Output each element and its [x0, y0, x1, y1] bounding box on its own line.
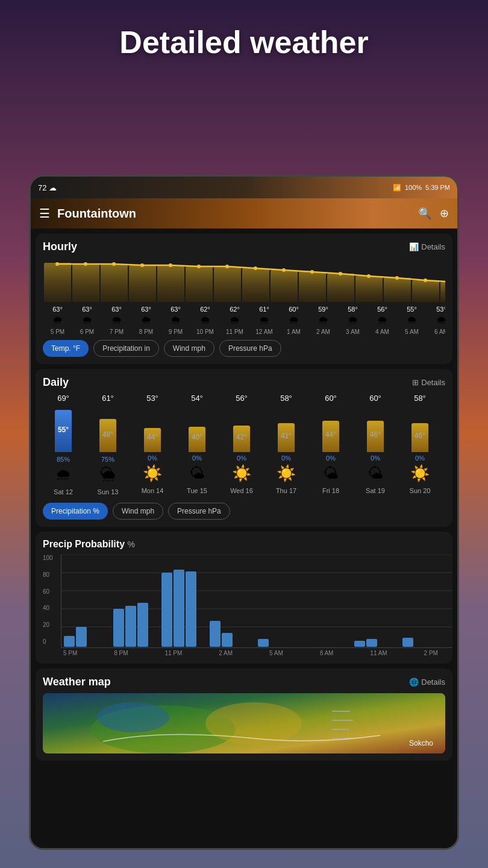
map-details[interactable]: 🌐 Details [409, 678, 445, 687]
filter-temp[interactable]: Temp. °F [43, 340, 89, 357]
day-lo-label-6: 44° [325, 430, 336, 439]
day-bar-container-7: 46° [367, 404, 384, 452]
h-temp-13: 53° [427, 306, 445, 313]
day-sun20: 58° 46° 0% ☀️ Sun 20 [399, 394, 440, 495]
hourly-chart-scroll[interactable]: 63° 63° 63° 63° 63° 62° 62° 61° 60° 59° … [43, 258, 445, 335]
y-label-0: 0 [43, 638, 53, 645]
chart-wrapper: 100 80 60 40 20 0 [61, 555, 440, 656]
daily-filter-wind[interactable]: Wind mph [113, 503, 163, 520]
svg-rect-49 [366, 639, 377, 647]
filter-wind[interactable]: Wind mph [164, 340, 214, 357]
precip-chart-section: Precip Probability % 100 80 60 40 20 0 [36, 532, 452, 664]
y-label-60: 60 [43, 588, 53, 595]
y-label-20: 20 [43, 621, 53, 628]
svg-rect-41 [137, 603, 148, 647]
gps-icon[interactable]: ⊕ [440, 207, 449, 220]
day-icon-3: 🌤 [189, 464, 205, 483]
day-lo-label-0: 55° [58, 426, 69, 434]
svg-rect-37 [64, 636, 75, 647]
svg-point-17 [84, 262, 87, 266]
day-bar-container-1: 48° [99, 404, 116, 452]
svg-point-24 [282, 268, 286, 272]
day-bar-container-0: 55° [55, 404, 72, 452]
svg-point-22 [225, 265, 229, 268]
day-mon21: 54° 43° 0% 🌤 Mon 21 [444, 394, 445, 495]
day-bar-container-4: 42° [233, 404, 250, 452]
h-temp-4: 63° [161, 306, 190, 313]
svg-point-25 [310, 270, 314, 274]
x-label-8am: 8 AM [320, 650, 334, 656]
day-lo-label-5: 41° [281, 432, 292, 440]
h-icon-5: 🌧 [190, 314, 220, 327]
svg-rect-11 [355, 276, 383, 302]
h-label-9: 2 AM [308, 329, 338, 335]
daily-filters: Precipitation % Wind mph Pressure hPa [43, 503, 445, 520]
h-icon-11: 🌧 [368, 314, 397, 327]
daily-filter-precip[interactable]: Precipitation % [43, 503, 108, 520]
svg-rect-38 [76, 627, 87, 647]
h-temp-11: 56° [368, 306, 397, 313]
hourly-section: Hourly 📊 Details [36, 233, 452, 364]
map-preview[interactable]: Sokcho [43, 693, 445, 753]
x-label-8pm: 8 PM [114, 650, 128, 656]
h-icon-1: 🌧 [72, 314, 102, 327]
filter-precip[interactable]: Precipitation in [93, 340, 159, 357]
h-temp-9: 59° [308, 306, 338, 313]
precip-svg [61, 555, 452, 648]
h-icon-13: 🌧 [427, 314, 445, 327]
svg-rect-39 [113, 609, 124, 647]
h-icon-12: 🌧 [397, 314, 427, 327]
day-fri18: 60° 44° 0% 🌤 Fri 18 [310, 394, 351, 495]
y-label-80: 80 [43, 571, 53, 578]
day-label-5: Thu 17 [276, 487, 296, 494]
battery-status: 100% [405, 184, 422, 191]
menu-icon[interactable]: ☰ [39, 206, 50, 221]
svg-rect-44 [186, 571, 196, 647]
h-label-10: 3 AM [338, 329, 368, 335]
h-label-3: 8 PM [131, 329, 161, 335]
h-icon-4: 🌧 [161, 314, 190, 327]
location-title: Fountaintown [57, 207, 411, 221]
search-icon[interactable]: 🔍 [418, 207, 431, 220]
day-hi-7: 60° [369, 394, 381, 403]
svg-point-20 [169, 263, 172, 267]
h-icon-3: 🌧 [131, 314, 161, 327]
map-title: Weather map [43, 676, 111, 688]
temp-line-chart [43, 258, 445, 303]
filter-pressure[interactable]: Pressure hPa [219, 340, 281, 357]
h-label-6: 11 PM [220, 329, 249, 335]
svg-point-28 [395, 276, 399, 280]
x-label-2pm: 2 PM [424, 650, 438, 656]
svg-rect-3 [129, 265, 156, 302]
x-label-5pm: 5 PM [63, 650, 77, 656]
status-temp: 72 ☁ [38, 183, 57, 192]
page-title: Detailed weather [0, 0, 488, 72]
day-label-8: Sun 20 [410, 487, 431, 494]
svg-rect-9 [299, 272, 326, 302]
h-icon-0: 🌧 [43, 314, 72, 327]
day-sat12: 69° 55° 85% 🌧 Sat 12 [43, 394, 84, 495]
daily-filter-pressure[interactable]: Pressure hPa [168, 503, 230, 520]
day-tue15: 54° 40° 0% 🌤 Tue 15 [177, 394, 217, 495]
app-header: ☰ Fountaintown 🔍 ⊕ [31, 198, 457, 228]
scroll-content[interactable]: Hourly 📊 Details [31, 228, 457, 848]
daily-scroll[interactable]: 69° 55° 85% 🌧 Sat 12 61° 48° [43, 394, 445, 498]
daily-details[interactable]: ⊞ Details [412, 378, 445, 387]
day-hi-2: 53° [146, 394, 158, 403]
day-lo-label-8: 46° [414, 432, 425, 440]
hourly-details[interactable]: 📊 Details [409, 242, 445, 251]
svg-rect-48 [354, 641, 365, 647]
h-icon-7: 🌧 [249, 314, 279, 327]
h-temp-5: 62° [190, 306, 220, 313]
svg-point-54 [97, 702, 169, 732]
day-label-7: Sat 19 [366, 487, 385, 494]
day-hi-4: 56° [236, 394, 248, 403]
day-label-3: Tue 15 [187, 487, 207, 494]
h-label-4: 9 PM [161, 329, 190, 335]
daily-header: Daily ⊞ Details [43, 376, 445, 389]
day-hi-6: 60° [325, 394, 337, 403]
svg-point-27 [367, 274, 371, 278]
h-temp-0: 63° [43, 306, 72, 313]
x-label-11pm: 11 PM [164, 650, 182, 656]
h-label-0: 5 PM [43, 329, 72, 335]
